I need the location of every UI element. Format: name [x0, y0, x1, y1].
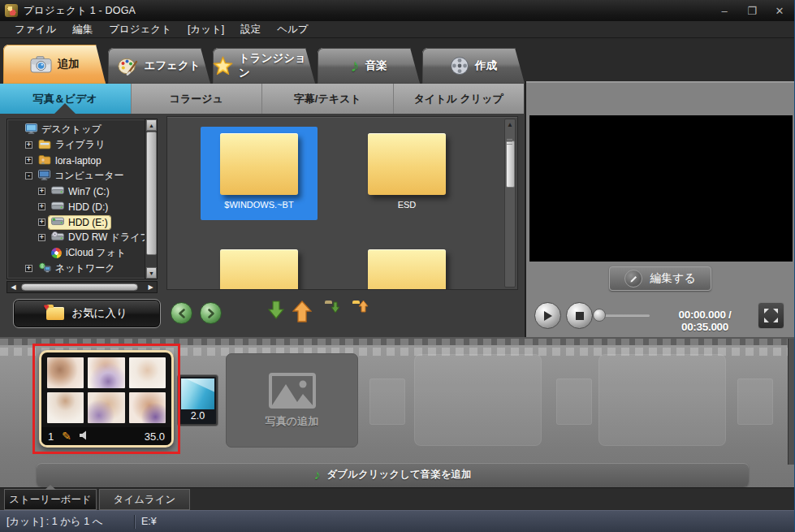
- favorites-button[interactable]: ♥ お気に入り: [13, 299, 161, 328]
- tab-create[interactable]: 作成: [422, 48, 525, 84]
- tab-title-clip[interactable]: タイトル クリップ: [394, 84, 525, 114]
- folder-item[interactable]: ESD: [348, 127, 465, 220]
- seek-bar[interactable]: [604, 314, 650, 317]
- tree-horizontal-scrollbar[interactable]: ◀ ▶: [6, 281, 158, 293]
- empty-clip-slot: [414, 354, 542, 446]
- tree-hscroll-thumb[interactable]: [21, 283, 138, 291]
- music-track-bar[interactable]: ♪ ダブルクリックして音楽を追加: [37, 463, 749, 487]
- tree-item-dvd-drive[interactable]: + DVD RW ドライブ: [9, 230, 144, 245]
- expander-icon[interactable]: +: [38, 188, 45, 195]
- tree-vscroll-thumb[interactable]: [146, 132, 157, 255]
- tree-item-user[interactable]: + lora-laptop: [9, 153, 144, 168]
- tree-item-label: lora-laptop: [55, 155, 102, 167]
- tab-storyboard-label: ストーリーボード: [9, 493, 91, 507]
- add-photo-slot[interactable]: 写真の追加: [226, 353, 358, 448]
- tree-item-desktop[interactable]: デスクトップ: [9, 122, 144, 137]
- tab-music[interactable]: ♪ 音楽: [318, 48, 420, 84]
- tab-add[interactable]: 追加: [3, 45, 106, 84]
- menu-item-file[interactable]: ファイル: [6, 23, 64, 37]
- empty-transition-slot: [737, 378, 773, 425]
- expander-icon[interactable]: +: [38, 203, 45, 210]
- tab-collage[interactable]: コラージュ: [132, 84, 263, 114]
- film-reel-icon: [450, 56, 469, 76]
- scroll-up-icon[interactable]: ▲: [505, 121, 515, 128]
- scroll-right-icon[interactable]: ▶: [145, 283, 156, 292]
- tree-item-win7-c[interactable]: + Win7 (C:): [9, 184, 144, 199]
- scroll-left-icon[interactable]: ◀: [8, 283, 19, 292]
- expander-icon[interactable]: +: [25, 157, 32, 164]
- tab-create-label: 作成: [475, 58, 497, 73]
- icloud-photos-icon: [51, 248, 62, 258]
- expander-icon[interactable]: +: [38, 234, 45, 241]
- edit-button[interactable]: 編集する: [609, 266, 711, 291]
- transition-duration: 2.0: [179, 410, 216, 422]
- time-display: 00:00.000 / 00:35.000: [655, 309, 754, 333]
- folder-item[interactable]: [201, 243, 318, 290]
- nav-forward-button[interactable]: [200, 302, 222, 324]
- tree-item-network[interactable]: + ネットワーク: [9, 261, 144, 276]
- menu-item-cut[interactable]: [カット]: [179, 23, 232, 37]
- tab-transitions[interactable]: トランジション: [213, 48, 315, 84]
- music-note-icon: ♪: [351, 58, 360, 74]
- storyboard-strip: 1 ✎ 35.0 2.0 写真の追加: [0, 337, 795, 487]
- tab-add-label: 追加: [58, 57, 80, 71]
- network-icon: [38, 262, 51, 275]
- tab-timeline-view[interactable]: タイムライン: [99, 489, 190, 510]
- palette-icon: [118, 57, 138, 76]
- tab-effects-label: エフェクト: [144, 58, 200, 73]
- menu-item-edit[interactable]: 編集: [64, 23, 101, 37]
- seek-handle[interactable]: [593, 309, 606, 322]
- tree-vertical-scrollbar[interactable]: ▲ ▼: [145, 119, 157, 279]
- expander-icon[interactable]: -: [25, 172, 32, 179]
- play-button[interactable]: [534, 302, 561, 329]
- tree-item-computer[interactable]: - コンピューター: [9, 168, 144, 184]
- app-window: プロジェクト 1 - DOGA – ❐ ✕ ファイル 編集 プロジェクト [カッ…: [0, 0, 795, 532]
- expander-icon[interactable]: +: [25, 265, 32, 272]
- minimize-icon[interactable]: –: [717, 5, 732, 17]
- tree-item-label: コンピューター: [54, 169, 123, 183]
- preview-panel: 編集する 00:00.000 / 00:35.000: [525, 81, 795, 337]
- tab-photos-video[interactable]: 写真＆ビデオ: [0, 84, 132, 114]
- tab-title-clip-label: タイトル クリップ: [414, 92, 503, 106]
- tab-photos-video-label: 写真＆ビデオ: [33, 92, 97, 106]
- folder-tree: デスクトップ + ライブラリ + lora-laptop - コンピューター: [6, 119, 158, 279]
- tab-storyboard-view[interactable]: ストーリーボード: [4, 489, 97, 510]
- menu-item-help[interactable]: ヘルプ: [269, 23, 316, 37]
- tree-item-hdd-d[interactable]: + HDD (D:): [9, 199, 144, 214]
- tree-item-label: ネットワーク: [55, 262, 114, 275]
- folder-item[interactable]: [348, 243, 465, 290]
- empty-transition-slot: [556, 378, 592, 425]
- tree-item-libraries[interactable]: + ライブラリ: [9, 137, 144, 153]
- tab-effects[interactable]: エフェクト: [108, 48, 210, 84]
- empty-clip-slot: [598, 354, 726, 446]
- folder-icon: [368, 133, 446, 195]
- menu-item-project[interactable]: プロジェクト: [101, 23, 179, 37]
- move-up-button[interactable]: [292, 301, 312, 322]
- add-photo-label: 写真の追加: [266, 414, 318, 429]
- status-cut-info: [カット] : 1 から 1 へ: [0, 515, 134, 529]
- move-down-button[interactable]: [268, 301, 284, 320]
- expander-icon[interactable]: +: [38, 218, 45, 226]
- transition-tile[interactable]: 2.0: [178, 375, 218, 426]
- folder-item[interactable]: $WINDOWS.~BT: [201, 127, 318, 220]
- computer-icon: [38, 170, 50, 183]
- video-preview: [529, 115, 793, 262]
- nav-back-button[interactable]: [171, 302, 192, 324]
- app-icon: [5, 4, 18, 17]
- tree-item-hdd-e[interactable]: + HDD (E:): [9, 214, 144, 230]
- camera-icon: [30, 56, 52, 73]
- favorites-folder-icon: ♥: [46, 307, 64, 320]
- tab-collage-label: コラージュ: [170, 92, 223, 106]
- close-icon[interactable]: ✕: [772, 5, 787, 17]
- tab-subtitles[interactable]: 字幕/テキスト: [262, 84, 394, 114]
- browser-vertical-scrollbar[interactable]: ▲: [504, 119, 516, 288]
- scroll-up-icon[interactable]: ▲: [146, 119, 157, 131]
- fullscreen-button[interactable]: [758, 302, 784, 329]
- menu-item-settings[interactable]: 設定: [232, 23, 269, 37]
- browser-vscroll-thumb[interactable]: [506, 141, 515, 188]
- tree-item-icloud-photos[interactable]: iCloud フォト: [9, 245, 144, 261]
- maximize-icon[interactable]: ❐: [745, 5, 759, 17]
- scroll-down-icon[interactable]: ▼: [146, 267, 157, 279]
- stop-button[interactable]: [566, 302, 593, 329]
- expander-icon[interactable]: +: [25, 141, 32, 149]
